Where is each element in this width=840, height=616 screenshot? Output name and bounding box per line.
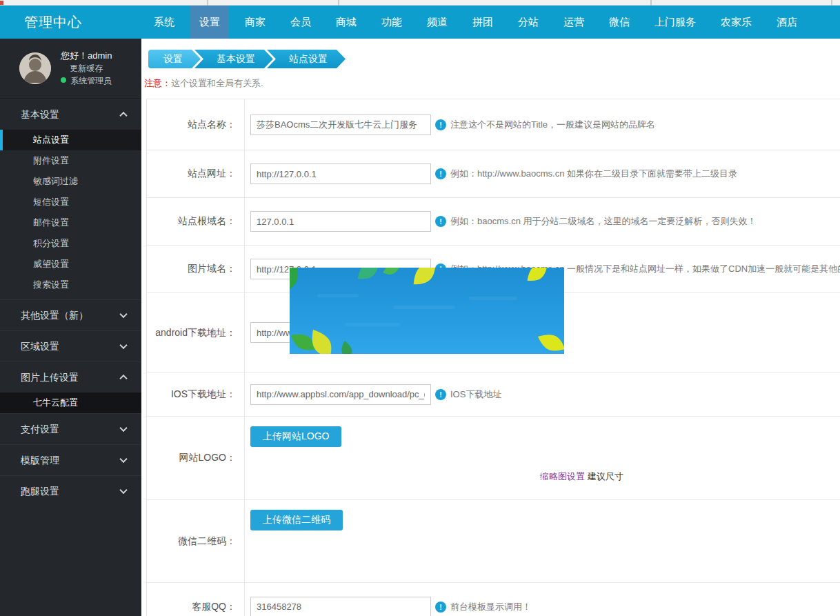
breadcrumb: 设置 基本设置 站点设置 xyxy=(148,50,840,68)
sidebar-item-region-settings[interactable]: 区域设置 xyxy=(0,331,141,361)
info-icon: ! xyxy=(435,389,446,400)
sidebar-item-attachment-settings[interactable]: 附件设置 xyxy=(0,150,141,171)
field-label: 站点名称： xyxy=(147,99,245,150)
site-url-input[interactable] xyxy=(250,163,431,184)
sidebar-item-qiniu-config[interactable]: 七牛云配置 xyxy=(0,393,141,413)
ios-download-input[interactable] xyxy=(250,384,431,405)
user-role: 系统管理员 xyxy=(61,74,112,87)
field-note: !例如：http://www.baocms.cn 如果你在二级目录下面就需要带上… xyxy=(435,168,737,180)
info-icon: ! xyxy=(435,168,446,179)
field-note: !前台模板显示调用！ xyxy=(435,601,531,613)
tab-separator xyxy=(831,0,832,6)
top-navigation: 系统 设置 商家 会员 商城 功能 频道 拼团 分站 运营 微信 上门服务 农家… xyxy=(141,6,810,39)
nav-item-wechat[interactable]: 微信 xyxy=(600,6,639,39)
nav-item-settings[interactable]: 设置 xyxy=(190,6,229,39)
submenu-basic: 站点设置 附件设置 敏感词过滤 短信设置 邮件设置 积分设置 威望设置 搜索设置 xyxy=(0,130,141,299)
form-row-service-qq: 客服QQ： !前台模板显示调用！ xyxy=(147,583,840,616)
nav-item-mall[interactable]: 商城 xyxy=(327,6,366,39)
sidebar-item-points-settings[interactable]: 积分设置 xyxy=(0,233,141,254)
chevron-down-icon xyxy=(119,310,127,318)
breadcrumb-site-settings[interactable]: 站点设置 xyxy=(267,50,346,68)
menu-section-region: 区域设置 xyxy=(0,330,141,361)
nav-item-operation[interactable]: 运营 xyxy=(554,6,593,39)
sidebar-item-mail-settings[interactable]: 邮件设置 xyxy=(0,212,141,233)
sidebar-item-image-upload-settings[interactable]: 图片上传设置 xyxy=(0,362,141,393)
notice-line: 注意：这个设置和全局有关系. xyxy=(144,77,840,90)
field-label: 客服QQ： xyxy=(147,583,245,616)
info-icon: ! xyxy=(435,216,446,227)
form-row-site-name: 站点名称： !注意这个不是网站的Title，一般建议是网站的品牌名 xyxy=(147,99,840,150)
uploaded-image-preview xyxy=(290,268,564,354)
form-row-ios-download: IOS下载地址： !IOS下载地址 xyxy=(147,372,840,417)
root-domain-input[interactable] xyxy=(250,211,431,232)
nav-item-function[interactable]: 功能 xyxy=(372,6,411,39)
leaf-decoration xyxy=(290,268,564,354)
sidebar-item-payment-settings[interactable]: 支付设置 xyxy=(0,414,141,444)
browser-edge-strip xyxy=(0,0,840,6)
field-note: !注意这个不是网站的Title，一般建议是网站的品牌名 xyxy=(435,119,655,131)
notice-prefix: 注意： xyxy=(144,78,171,88)
chevron-up-icon xyxy=(119,112,127,119)
upload-logo-button[interactable]: 上传网站LOGO xyxy=(250,426,341,447)
nav-item-hotel[interactable]: 酒店 xyxy=(768,6,806,39)
app-title: 管理中心 xyxy=(0,6,141,39)
nav-item-system[interactable]: 系统 xyxy=(145,6,183,39)
field-label: 站点网址： xyxy=(147,150,245,197)
tab-separator xyxy=(207,0,208,6)
sidebar-item-sms-settings[interactable]: 短信设置 xyxy=(0,192,141,212)
nav-item-channel[interactable]: 频道 xyxy=(418,6,457,39)
user-greeting: 您好！admin xyxy=(61,50,112,62)
admin-settings-screen: 管理中心 系统 设置 商家 会员 商城 功能 频道 拼团 分站 运营 微信 上门… xyxy=(0,0,840,616)
nav-item-groupbuy[interactable]: 拼团 xyxy=(463,6,502,39)
refresh-cache-link[interactable]: 更新缓存 xyxy=(61,62,112,74)
site-name-input[interactable] xyxy=(250,115,431,135)
user-card: 您好！admin 更新缓存 系统管理员 xyxy=(0,39,141,99)
tab-separator xyxy=(650,0,652,6)
sidebar-item-search-settings[interactable]: 搜索设置 xyxy=(0,275,141,295)
field-label: IOS下载地址： xyxy=(147,372,245,416)
menu-section-basic: 基本设置 站点设置 附件设置 敏感词过滤 短信设置 邮件设置 积分设置 威望设置… xyxy=(0,99,141,299)
breadcrumb-basic-settings[interactable]: 基本设置 xyxy=(194,50,273,68)
chevron-down-icon xyxy=(119,424,127,432)
sidebar-item-basic-settings[interactable]: 基本设置 xyxy=(0,99,141,130)
field-label: android下载地址： xyxy=(147,293,245,372)
notice-text: 这个设置和全局有关系. xyxy=(171,78,263,88)
service-qq-input[interactable] xyxy=(250,597,431,616)
upload-wechat-qrcode-button[interactable]: 上传微信二维码 xyxy=(250,510,343,530)
form-row-wechat-qrcode: 微信二维码： 上传微信二维码 xyxy=(147,500,840,583)
chevron-up-icon xyxy=(119,375,127,382)
breadcrumb-settings[interactable]: 设置 xyxy=(148,50,201,68)
menu-section-template: 模版管理 xyxy=(0,444,141,475)
menu-section-image-upload: 图片上传设置 七牛云配置 xyxy=(0,361,141,413)
nav-item-substation[interactable]: 分站 xyxy=(509,6,548,39)
menu-section-errand: 跑腿设置 xyxy=(0,475,141,506)
thumbnail-hint: 缩略图设置 建议尺寸 xyxy=(540,470,623,483)
sidebar-item-other-settings[interactable]: 其他设置（新） xyxy=(0,300,141,330)
avatar xyxy=(19,52,51,84)
chevron-down-icon xyxy=(119,455,127,463)
nav-item-farmhouse[interactable]: 农家乐 xyxy=(712,6,761,39)
top-header-bar: 管理中心 系统 设置 商家 会员 商城 功能 频道 拼团 分站 运营 微信 上门… xyxy=(0,6,840,39)
form-row-root-domain: 站点根域名： !例如：baocms.cn 用于分站二级域名，这里的域名一定要泛解… xyxy=(147,198,840,246)
chevron-down-icon xyxy=(119,341,127,349)
form-row-site-url: 站点网址： !例如：http://www.baocms.cn 如果你在二级目录下… xyxy=(147,150,840,198)
sidebar-item-errand-settings[interactable]: 跑腿设置 xyxy=(0,476,141,506)
info-icon: ! xyxy=(435,602,446,613)
sidebar-item-site-settings[interactable]: 站点设置 xyxy=(0,130,141,150)
form-row-site-logo: 网站LOGO： 上传网站LOGO 缩略图设置 建议尺寸 xyxy=(147,417,840,500)
sidebar-item-sensitive-word-filter[interactable]: 敏感词过滤 xyxy=(0,171,141,192)
nav-item-merchant[interactable]: 商家 xyxy=(236,6,274,39)
settings-form: 站点名称： !注意这个不是网站的Title，一般建议是网站的品牌名 站点网址： … xyxy=(146,99,840,616)
field-label: 图片域名： xyxy=(147,246,245,292)
field-label: 站点根域名： xyxy=(147,198,245,245)
field-note: !例如：baocms.cn 用于分站二级域名，这里的域名一定要泛解析，否则失效！ xyxy=(435,215,756,228)
sidebar: 您好！admin 更新缓存 系统管理员 基本设置 站点设置 附件设置 敏感词过滤… xyxy=(0,39,141,616)
nav-item-home-service[interactable]: 上门服务 xyxy=(646,6,705,39)
thumbnail-settings-link[interactable]: 缩略图设置 xyxy=(540,471,585,481)
sidebar-item-template-management[interactable]: 模版管理 xyxy=(0,445,141,475)
menu-section-payment: 支付设置 xyxy=(0,413,141,444)
nav-item-member[interactable]: 会员 xyxy=(281,6,320,39)
info-icon: ! xyxy=(435,119,446,130)
field-label: 微信二维码： xyxy=(147,500,245,582)
sidebar-item-prestige-settings[interactable]: 威望设置 xyxy=(0,254,141,275)
